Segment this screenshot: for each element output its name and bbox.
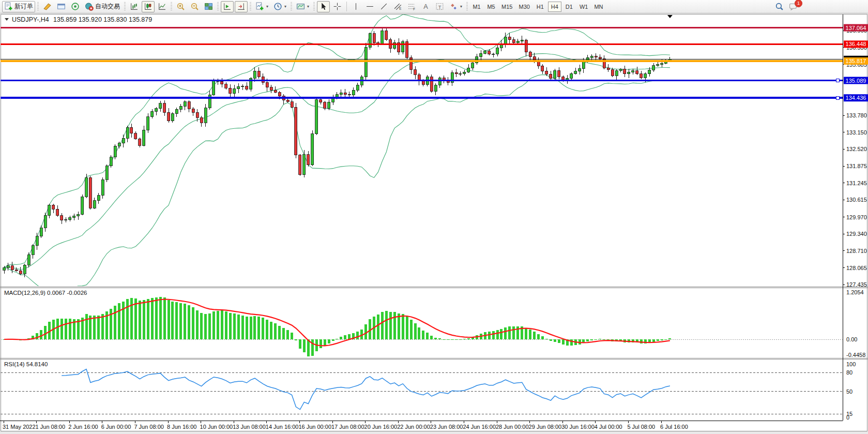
time-axis-label: 30 Jun 16:00 [561, 424, 595, 430]
add-indicator-button[interactable]: ▾ [253, 1, 270, 12]
zoom-in-button[interactable] [174, 1, 187, 12]
price-axis-tick: 129.340 [846, 231, 867, 237]
tile-windows-button[interactable] [202, 1, 215, 12]
price-axis-tick: 130.615 [846, 197, 867, 203]
timeframe-w1-button[interactable]: W1 [577, 2, 591, 12]
timeframe-d1-button[interactable]: D1 [562, 2, 576, 12]
rsi-axis-tick: 100 [846, 361, 856, 367]
rsi-axis-tick: 80 [846, 369, 852, 376]
toolbar-grip [466, 2, 468, 11]
price-axis-tick: 132.520 [846, 146, 867, 152]
macd-axis-tick: -0.4458 [846, 352, 865, 358]
chevron-down-icon: ▾ [307, 4, 309, 9]
time-axis-label: 20 Jun 16:00 [364, 424, 398, 430]
channel-tool-button[interactable]: E [391, 1, 404, 12]
new-order-icon [4, 2, 13, 11]
macd-axis-tick: 1.2054 [846, 289, 864, 295]
notifications-button[interactable]: 1 [787, 1, 800, 12]
bar-chart-icon [130, 2, 139, 11]
time-axis-label: 4 Jul 00:00 [595, 424, 622, 430]
timeframe-h4-button[interactable]: H4 [548, 2, 561, 12]
level-handle[interactable] [836, 96, 839, 99]
bar-chart-mode-button[interactable] [128, 1, 141, 12]
timeframe-h1-button[interactable]: H1 [534, 2, 547, 12]
new-order-label: 新订单 [14, 2, 33, 11]
price-level-badge[interactable]: 135.817 [844, 57, 868, 65]
time-axis-label: 6 Jul 16:00 [660, 424, 688, 430]
trendline-icon [379, 2, 388, 11]
arrows-tool-button[interactable]: ▾ [447, 1, 464, 12]
time-axis-label: 24 Jun 16:00 [463, 424, 496, 430]
toolbar-grip [37, 2, 39, 11]
notification-count-badge: 1 [795, 0, 802, 7]
svg-text:E: E [399, 7, 401, 10]
zoom-out-button[interactable] [188, 1, 201, 12]
search-button[interactable] [773, 1, 786, 12]
crayon-icon [43, 2, 52, 11]
horizontal-line-tool-button[interactable] [363, 1, 376, 12]
price-level-badge[interactable]: 136.448 [844, 40, 868, 48]
price-level-badge[interactable]: 135.089 [844, 77, 868, 84]
auto-trading-button[interactable]: 自动交易 [83, 1, 122, 12]
toolbar-grip [313, 2, 315, 11]
line-chart-mode-button[interactable] [156, 1, 169, 12]
styles-button[interactable] [41, 1, 54, 12]
shapes-icon [449, 2, 458, 11]
chart-shift-button[interactable] [235, 1, 248, 12]
cursor-icon [319, 2, 328, 11]
text-label-tool-button[interactable]: T [433, 1, 446, 12]
profiles-button[interactable] [55, 1, 68, 12]
timeframe-m5-button[interactable]: M5 [484, 2, 498, 12]
crosshair-tool-button[interactable] [331, 1, 344, 12]
time-axis-label: 31 May 2022 [3, 424, 36, 430]
auto-scroll-button[interactable] [221, 1, 234, 12]
time-axis-label: 28 Jun 00:00 [496, 424, 529, 430]
price-chart[interactable]: MACD(12,26,9) 0.0067 -0.0026RSI(14) 54.8… [0, 13, 868, 434]
time-axis-label: 22 Jun 00:00 [397, 424, 430, 430]
time-axis-label: 16 Jun 00:00 [298, 424, 331, 430]
chart-window: MACD(12,26,9) 0.0067 -0.0026RSI(14) 54.8… [0, 13, 868, 434]
crosshair-icon [333, 2, 342, 11]
trendline-tool-button[interactable] [377, 1, 390, 12]
radar-icon [71, 2, 80, 11]
timeframe-m30-button[interactable]: M30 [516, 2, 532, 12]
time-axis-label: 10 Jun 00:00 [200, 424, 233, 430]
periods-button[interactable]: ▾ [271, 1, 288, 12]
timeframe-m1-button[interactable]: M1 [470, 2, 483, 12]
rsi-axis-tick: 0 [846, 414, 849, 421]
level-handle[interactable] [836, 79, 839, 82]
market-depth-button[interactable] [69, 1, 82, 12]
horizontal-line-icon [366, 2, 374, 11]
auto-trading-icon [85, 2, 94, 11]
vertical-line-icon [352, 2, 360, 11]
price-axis-tick: 128.065 [846, 265, 867, 271]
toolbar: 新订单 自动交易 [0, 0, 868, 13]
candlestick-mode-button[interactable] [142, 1, 155, 12]
svg-text:F: F [413, 7, 415, 11]
new-order-button[interactable]: 新订单 [2, 1, 35, 12]
auto-trading-label: 自动交易 [95, 2, 120, 11]
fibonacci-tool-button[interactable]: F [405, 1, 418, 12]
price-level-badge[interactable]: 134.436 [844, 94, 868, 101]
text-label-icon: T [435, 2, 444, 11]
timeframe-m15-button[interactable]: M15 [499, 2, 515, 12]
cursor-tool-button[interactable] [317, 1, 330, 12]
templates-button[interactable]: ▾ [294, 1, 311, 12]
vertical-line-tool-button[interactable] [349, 1, 362, 12]
svg-text:136.448: 136.448 [846, 41, 866, 47]
time-axis-label: 13 Jun 08:00 [233, 424, 266, 430]
chart-title-ohlc: 135.859 135.920 135.830 135.879 [53, 16, 152, 23]
fibonacci-icon: F [407, 2, 416, 11]
template-icon [296, 2, 305, 11]
chevron-down-icon: ▾ [284, 4, 286, 9]
time-axis-label: 8 Jun 16:00 [167, 424, 197, 430]
toolbar-grip [291, 2, 292, 11]
text-tool-button[interactable]: A [419, 1, 432, 12]
time-axis-label: 1 Jun 08:00 [36, 424, 66, 430]
time-axis-label: 7 Jun 08:00 [134, 424, 164, 430]
price-level-badge[interactable]: 137.064 [844, 24, 868, 32]
candlestick-chart-icon [144, 2, 153, 11]
timeframe-mn-button[interactable]: MN [591, 2, 605, 12]
timeframe-group: M1M5M15M30H1H4D1W1MN [469, 2, 606, 12]
tile-windows-icon [204, 2, 213, 11]
